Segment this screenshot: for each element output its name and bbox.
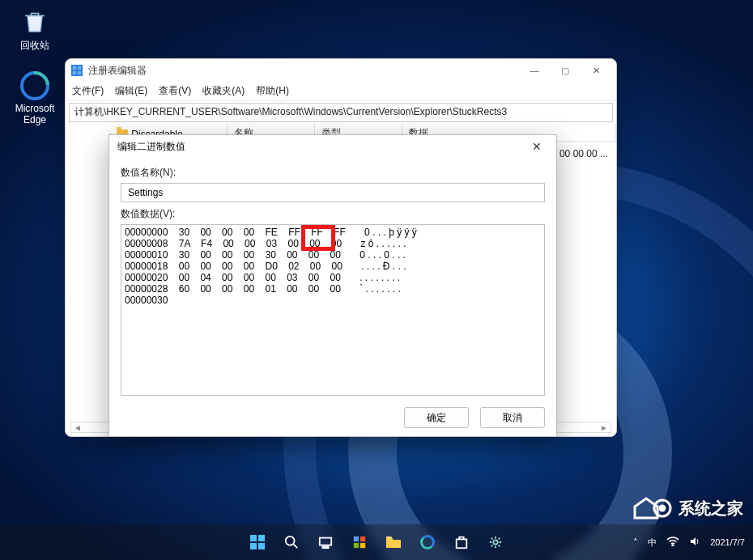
svg-rect-7 <box>250 535 257 541</box>
volume-icon[interactable] <box>689 536 700 549</box>
svg-rect-8 <box>258 535 265 541</box>
svg-rect-4 <box>78 71 81 74</box>
red-highlight-box <box>301 225 335 251</box>
svg-point-20 <box>672 545 674 546</box>
watermark-text: 系统之家 <box>679 498 743 520</box>
regedit-menubar: 文件(F) 编辑(E) 查看(V) 收藏夹(A) 帮助(H) <box>66 82 616 101</box>
store-icon[interactable] <box>452 532 471 552</box>
svg-rect-10 <box>258 543 265 549</box>
hex-editor[interactable]: 00000000 30 00 00 00 FE FF FF FF 0 . . .… <box>121 224 545 396</box>
ok-button[interactable]: 确定 <box>404 407 469 428</box>
scroll-right-icon[interactable]: ► <box>598 422 610 432</box>
svg-point-19 <box>493 540 497 544</box>
scroll-left-icon[interactable]: ◄ <box>71 422 84 432</box>
edge-icon[interactable]: Microsoft Edge <box>6 69 63 125</box>
dialog-close-icon[interactable]: ✕ <box>525 140 548 153</box>
svg-rect-2 <box>78 66 81 70</box>
hex-row[interactable]: 00000020 00 04 00 00 00 03 00 00 . . . .… <box>125 272 541 283</box>
menu-favorites[interactable]: 收藏夹(A) <box>202 84 245 98</box>
tray-chevron-icon[interactable]: ˄ <box>633 537 638 548</box>
svg-rect-12 <box>320 538 331 545</box>
svg-rect-15 <box>360 537 365 541</box>
explorer-icon[interactable] <box>384 532 403 552</box>
menu-file[interactable]: 文件(F) <box>72 84 104 98</box>
hex-row[interactable]: 00000030 <box>125 295 541 306</box>
dialog-title: 编辑二进制数值 <box>117 140 525 154</box>
regedit-app-icon <box>70 64 83 77</box>
search-icon[interactable] <box>282 532 301 552</box>
address-bar[interactable]: 计算机\HKEY_CURRENT_USER\Software\Microsoft… <box>69 103 613 122</box>
menu-help[interactable]: 帮助(H) <box>256 84 289 98</box>
menu-edit[interactable]: 编辑(E) <box>115 84 147 98</box>
svg-rect-17 <box>360 543 365 548</box>
wifi-icon[interactable] <box>666 537 679 548</box>
regedit-titlebar[interactable]: 注册表编辑器 — ▢ ✕ <box>66 59 616 82</box>
svg-rect-9 <box>250 543 257 549</box>
watermark: 系统之家 <box>630 494 743 523</box>
close-button[interactable]: ✕ <box>581 61 611 80</box>
clock[interactable]: 2021/7/7 <box>710 537 745 547</box>
widgets-icon[interactable] <box>350 532 369 552</box>
edge-label: Microsoft Edge <box>6 103 63 125</box>
menu-view[interactable]: 查看(V) <box>159 84 191 98</box>
dialog-titlebar[interactable]: 编辑二进制数值 ✕ <box>109 135 556 158</box>
svg-rect-1 <box>73 66 76 70</box>
svg-rect-18 <box>457 539 467 548</box>
start-button[interactable] <box>248 532 267 552</box>
value-name-label: 数值名称(N): <box>121 166 545 180</box>
edit-binary-dialog: 编辑二进制数值 ✕ 数值名称(N): 数值数据(V): 00000000 30 … <box>108 134 557 437</box>
svg-point-6 <box>660 506 665 511</box>
cancel-button[interactable]: 取消 <box>480 407 545 428</box>
value-name-input[interactable] <box>121 183 545 202</box>
regedit-title: 注册表编辑器 <box>88 64 519 78</box>
hex-row[interactable]: 00000018 00 00 00 00 D0 02 00 00 . . . .… <box>125 261 541 272</box>
recycle-bin-label: 回收站 <box>20 39 49 53</box>
svg-rect-14 <box>354 537 359 541</box>
svg-rect-13 <box>322 546 328 548</box>
value-data-label: 数值数据(V): <box>121 207 545 221</box>
recycle-bin-icon[interactable]: 回收站 <box>6 5 63 53</box>
svg-rect-3 <box>73 71 76 74</box>
hex-row[interactable]: 00000028 60 00 00 00 01 00 00 00 ` . . .… <box>125 283 541 295</box>
ime-icon[interactable]: 中 <box>648 537 657 549</box>
minimize-button[interactable]: — <box>519 61 550 80</box>
hex-row[interactable]: 00000010 30 00 00 00 30 00 00 00 0 . . .… <box>125 249 541 261</box>
maximize-button[interactable]: ▢ <box>550 61 581 80</box>
taskview-icon[interactable] <box>316 532 335 552</box>
svg-point-11 <box>286 537 295 545</box>
settings-icon[interactable] <box>486 532 505 552</box>
svg-rect-16 <box>354 543 359 548</box>
edge-taskbar-icon[interactable] <box>418 532 437 552</box>
taskbar[interactable]: ˄ 中 2021/7/7 <box>0 524 753 560</box>
